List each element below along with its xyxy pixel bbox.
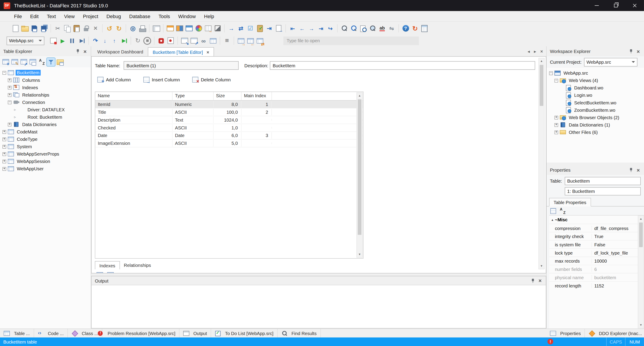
expander-icon[interactable]	[2, 145, 6, 148]
pause-icon[interactable]	[67, 36, 77, 45]
categorized-icon[interactable]	[549, 207, 558, 215]
tab-find-results[interactable]: Find Results	[278, 329, 321, 338]
tab-output[interactable]: Output	[179, 329, 211, 338]
tree-item[interactable]: Other Files (6)	[547, 128, 644, 136]
compile-icon[interactable]	[48, 36, 58, 45]
tree-item[interactable]: WebAppServerProps	[0, 150, 91, 158]
close-icon[interactable]	[82, 49, 88, 54]
scrollbar-thumb[interactable]	[639, 222, 643, 247]
save-all-icon[interactable]	[39, 24, 48, 33]
scroll-up-icon[interactable]: ▲	[638, 216, 644, 222]
tab-scroll-right-icon[interactable]	[534, 49, 536, 54]
property-row[interactable]: number fields 6	[549, 265, 644, 273]
scrollbar-thumb[interactable]	[358, 99, 362, 235]
current-project-selector[interactable]: WebApp.src	[584, 58, 638, 66]
data-dictionary-icon[interactable]	[213, 24, 222, 33]
property-row[interactable]: integrity check True	[549, 232, 644, 240]
find-icon[interactable]	[340, 24, 349, 33]
menu-item[interactable]: Edit	[26, 12, 43, 20]
property-row[interactable]: max records 10000	[549, 257, 644, 265]
studio-dashboard-icon[interactable]	[166, 24, 175, 33]
close-button[interactable]	[625, 0, 644, 11]
filter-icon[interactable]	[47, 58, 55, 66]
debug-tables-icon[interactable]	[208, 36, 218, 45]
tree-item[interactable]: CodeMast	[0, 128, 91, 135]
new-table-icon[interactable]	[2, 58, 10, 66]
stop-debugging-icon[interactable]	[142, 36, 152, 45]
table-row[interactable]: ItemId Numeric 8,0 1	[95, 101, 363, 108]
tree-item[interactable]: Relationships	[0, 91, 91, 99]
tree-item[interactable]: WebAppUser	[0, 165, 91, 172]
property-value[interactable]: 10000	[592, 258, 644, 263]
tree-item[interactable]: Data Dictionaries (1)	[547, 121, 644, 128]
pin-icon[interactable]	[628, 49, 633, 54]
delete-column-button[interactable]: Delete Column	[189, 75, 234, 84]
table-row[interactable]: Description Text 1024,0	[95, 116, 363, 124]
save-icon[interactable]	[30, 24, 39, 33]
breakpoint-list-icon[interactable]	[166, 36, 175, 45]
code-explorer-icon[interactable]	[368, 24, 378, 33]
scroll-down-icon[interactable]: ▼	[357, 252, 362, 258]
goto-definition-icon[interactable]	[227, 24, 236, 33]
table-name-input[interactable]	[124, 61, 238, 70]
table-row[interactable]: Checked ASCII 1,0	[95, 124, 363, 132]
debug-run-icon[interactable]	[77, 36, 86, 45]
tree-item[interactable]: Dashboard.wo	[547, 84, 644, 92]
minimize-button[interactable]	[587, 0, 606, 11]
table-row[interactable]: Title ASCII 100,0 2	[95, 108, 363, 116]
expander-icon[interactable]	[554, 130, 558, 134]
undo-icon[interactable]	[105, 24, 114, 33]
tab-bucketitem-table-editor[interactable]: BucketItem [Table Editor]	[148, 47, 214, 56]
find-next-icon[interactable]	[349, 24, 358, 33]
column-header-size[interactable]: Size	[214, 92, 242, 100]
property-row[interactable]: is system file False	[549, 240, 644, 248]
tree-item[interactable]: Columns	[0, 76, 91, 84]
visual-designer-icon[interactable]	[175, 24, 184, 33]
tree-item[interactable]: Indexes	[0, 84, 91, 91]
add-index-icon[interactable]	[96, 271, 104, 273]
cut-icon[interactable]	[53, 24, 62, 33]
menu-item[interactable]: View	[60, 12, 79, 20]
export-table-icon[interactable]	[246, 36, 255, 45]
pin-icon[interactable]	[628, 167, 633, 172]
export-source-icon[interactable]	[264, 24, 274, 33]
tree-item[interactable]: Login.wo	[547, 92, 644, 99]
tab-table-properties[interactable]: Table Properties	[549, 198, 591, 207]
run-to-cursor-icon[interactable]	[119, 36, 128, 45]
expander-icon[interactable]	[8, 122, 12, 126]
menu-item[interactable]: Tools	[154, 12, 174, 20]
tree-item[interactable]: BucketItem	[0, 69, 91, 76]
tree-item[interactable]: WebApp.src	[547, 69, 644, 77]
scroll-down-icon[interactable]: ▼	[539, 263, 544, 269]
open-table-icon[interactable]	[20, 58, 28, 66]
menu-item[interactable]: Debug	[102, 12, 125, 20]
pin-icon[interactable]	[530, 278, 535, 283]
expander-icon[interactable]	[554, 123, 558, 127]
output-list-icon[interactable]	[222, 36, 232, 45]
expander-icon[interactable]	[8, 86, 12, 89]
property-value[interactable]: df_file_compress	[592, 226, 644, 230]
tab-code-explorer[interactable]: Code ...	[34, 329, 68, 338]
paste-icon[interactable]	[72, 24, 81, 33]
menu-item[interactable]: Text	[43, 12, 60, 20]
tree-item[interactable]: Web Browser Objects (2)	[547, 114, 644, 121]
run-icon[interactable]	[58, 36, 67, 45]
nav-jump-icon[interactable]	[326, 24, 335, 33]
expander-icon[interactable]	[13, 115, 17, 119]
find-in-files-icon[interactable]	[358, 24, 368, 33]
output-content[interactable]	[92, 286, 546, 328]
table-relates-icon[interactable]	[29, 58, 37, 66]
table-field[interactable]: BucketItem	[564, 177, 641, 185]
synchronize-icon[interactable]	[236, 24, 246, 33]
property-value[interactable]: bucketitem	[592, 275, 644, 280]
tree-item[interactable]: WebAppSession	[0, 158, 91, 165]
validate-icon[interactable]	[255, 24, 264, 33]
expander-icon[interactable]	[8, 93, 12, 97]
properties-scrollbar[interactable]: ▲ ▼	[638, 215, 644, 328]
menu-item[interactable]: Help	[200, 12, 218, 20]
tab-indexes[interactable]: Indexes	[95, 261, 120, 269]
table-row[interactable]: ImageExtension ASCII 5,0	[95, 139, 363, 147]
tree-item[interactable]: SelectBucketItem.wo	[547, 99, 644, 106]
step-over-icon[interactable]	[91, 36, 100, 45]
menu-item[interactable]: Database	[125, 12, 154, 20]
